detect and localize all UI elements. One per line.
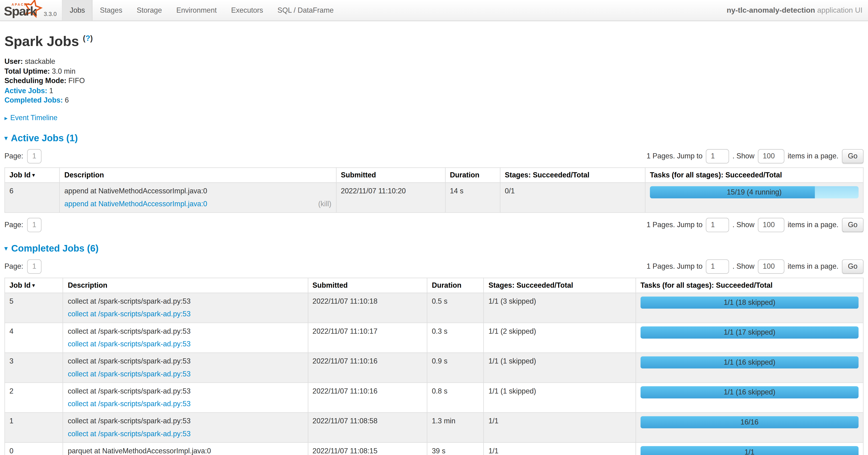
col-job-id[interactable]: Job Id▾: [5, 278, 63, 293]
description-cell: collect at /spark-scripts/spark-ad.py:53…: [63, 353, 308, 383]
active-jobs-link[interactable]: Active Jobs:: [4, 86, 48, 94]
go-button[interactable]: Go: [842, 149, 864, 163]
col-job-id[interactable]: Job Id▾: [5, 168, 60, 182]
submitted-cell: 2022/11/07 11:10:18: [308, 293, 427, 323]
go-button[interactable]: Go: [842, 259, 864, 274]
summary-user: User: stackable: [4, 57, 864, 66]
jump-to-input[interactable]: [706, 149, 729, 163]
stages-cell: 0/1: [500, 182, 645, 212]
job-id-cell: 5: [5, 293, 63, 323]
submitted-cell: 2022/11/07 11:10:17: [308, 323, 427, 353]
progress-label: 1/1 (16 skipped): [641, 356, 859, 368]
active-jobs-heading[interactable]: ▾ Active Jobs (1): [4, 133, 864, 144]
kill-link[interactable]: (kill): [318, 199, 332, 209]
task-progress-bar: 1/1: [641, 446, 859, 455]
pagination-active-bottom: Page: 1 Pages. Jump to . Show items in a…: [4, 218, 864, 232]
job-id-cell: 0: [5, 443, 63, 455]
col-tasks[interactable]: Tasks (for all stages): Succeeded/Total: [645, 168, 863, 182]
show-text: . Show: [733, 152, 754, 160]
go-button[interactable]: Go: [842, 218, 864, 232]
duration-cell: 0.5 s: [427, 293, 484, 323]
col-stages[interactable]: Stages: Succeeded/Total: [500, 168, 645, 182]
job-id-cell: 4: [5, 323, 63, 353]
tab-sql-dataframe[interactable]: SQL / DataFrame: [270, 0, 341, 21]
job-description-text: collect at /spark-scripts/spark-ad.py:53: [68, 356, 303, 366]
col-description[interactable]: Description: [63, 278, 308, 293]
progress-label: 1/1: [641, 446, 859, 455]
tasks-cell: 1/1 (17 skipped): [636, 323, 863, 353]
duration-cell: 0.8 s: [427, 383, 484, 413]
job-description-link[interactable]: collect at /spark-scripts/spark-ad.py:53: [68, 339, 191, 349]
items-text: items in a page.: [787, 152, 838, 160]
job-description-text: append at NativeMethodAccessorImpl.java:…: [64, 186, 332, 196]
stages-cell: 1/1: [484, 413, 636, 443]
summary-completed-jobs: Completed Jobs: 6: [4, 95, 864, 105]
table-row: 4 collect at /spark-scripts/spark-ad.py:…: [5, 323, 863, 353]
col-description[interactable]: Description: [60, 168, 336, 182]
event-timeline-toggle[interactable]: ▸Event Timeline: [4, 114, 864, 122]
task-progress-bar: 16/16: [641, 416, 859, 428]
items-per-page-input[interactable]: [758, 149, 784, 163]
spark-wordmark: Spark: [4, 4, 37, 19]
table-row: 5 collect at /spark-scripts/spark-ad.py:…: [5, 293, 863, 323]
spark-logo[interactable]: APACHE Spark 3.3.0: [0, 0, 62, 21]
tab-stages[interactable]: Stages: [93, 0, 129, 21]
stages-cell: 1/1: [484, 443, 636, 455]
job-description-text: parquet at NativeMethodAccessorImpl.java…: [68, 446, 303, 455]
items-per-page-input[interactable]: [758, 259, 784, 274]
spark-ui-page: APACHE Spark 3.3.0 Jobs Stages Storage E…: [0, 0, 868, 455]
progress-label: 1/1 (17 skipped): [641, 326, 859, 339]
summary-scheduling-mode: Scheduling Mode: FIFO: [4, 76, 864, 86]
description-cell: collect at /spark-scripts/spark-ad.py:53…: [63, 293, 308, 323]
col-duration[interactable]: Duration: [427, 278, 484, 293]
col-tasks[interactable]: Tasks (for all stages): Succeeded/Total: [636, 278, 863, 293]
tab-executors[interactable]: Executors: [224, 0, 270, 21]
submitted-cell: 2022/11/07 11:10:20: [336, 182, 445, 212]
completed-jobs-link[interactable]: Completed Jobs:: [4, 96, 63, 104]
summary-uptime: Total Uptime: 3.0 min: [4, 66, 864, 76]
col-duration[interactable]: Duration: [445, 168, 500, 182]
description-cell: collect at /spark-scripts/spark-ad.py:53…: [63, 323, 308, 353]
page-input[interactable]: [27, 259, 41, 274]
expanded-arrow-icon: ▾: [4, 135, 7, 141]
submitted-cell: 2022/11/07 11:10:16: [308, 353, 427, 383]
job-id-cell: 6: [5, 182, 60, 212]
job-id-cell: 2: [5, 383, 63, 413]
job-description-link[interactable]: collect at /spark-scripts/spark-ad.py:53: [68, 309, 191, 319]
task-progress-bar: 15/19 (4 running): [650, 186, 859, 198]
jump-to-input[interactable]: [706, 259, 729, 274]
completed-jobs-heading[interactable]: ▾ Completed Jobs (6): [4, 243, 864, 254]
col-submitted[interactable]: Submitted: [308, 278, 427, 293]
stages-cell: 1/1 (2 skipped): [484, 323, 636, 353]
tasks-cell: 1/1 (16 skipped): [636, 383, 863, 413]
job-description-link[interactable]: append at NativeMethodAccessorImpl.java:…: [64, 199, 207, 209]
help-icon[interactable]: (?): [83, 33, 93, 42]
navbar: APACHE Spark 3.3.0 Jobs Stages Storage E…: [0, 0, 868, 21]
progress-label: 15/19 (4 running): [650, 186, 859, 198]
job-description-link[interactable]: collect at /spark-scripts/spark-ad.py:53: [68, 369, 191, 379]
completed-jobs-table: Job Id▾ Description Submitted Duration S…: [4, 278, 864, 455]
tab-environment[interactable]: Environment: [169, 0, 224, 21]
stages-cell: 1/1 (1 skipped): [484, 353, 636, 383]
job-description-link[interactable]: collect at /spark-scripts/spark-ad.py:53: [68, 399, 191, 409]
expanded-arrow-icon: ▾: [4, 245, 7, 252]
job-description-text: collect at /spark-scripts/spark-ad.py:53: [68, 416, 303, 426]
task-progress-bar: 1/1 (18 skipped): [641, 296, 859, 309]
task-progress-bar: 1/1 (16 skipped): [641, 386, 859, 398]
duration-cell: 1.3 min: [427, 413, 484, 443]
items-per-page-input[interactable]: [758, 218, 784, 232]
table-row: 1 collect at /spark-scripts/spark-ad.py:…: [5, 413, 863, 443]
table-row: 3 collect at /spark-scripts/spark-ad.py:…: [5, 353, 863, 383]
table-row: 6 append at NativeMethodAccessorImpl.jav…: [5, 182, 863, 212]
sort-desc-icon: ▾: [32, 283, 35, 288]
job-description-link[interactable]: collect at /spark-scripts/spark-ad.py:53: [68, 429, 191, 439]
tab-storage[interactable]: Storage: [130, 0, 169, 21]
tab-jobs[interactable]: Jobs: [62, 0, 93, 21]
task-progress-bar: 1/1 (17 skipped): [641, 326, 859, 339]
page-input[interactable]: [27, 218, 41, 232]
jump-to-input[interactable]: [706, 218, 729, 232]
page-input[interactable]: [27, 149, 41, 163]
col-submitted[interactable]: Submitted: [336, 168, 445, 182]
col-stages[interactable]: Stages: Succeeded/Total: [484, 278, 636, 293]
description-cell: parquet at NativeMethodAccessorImpl.java…: [63, 443, 308, 455]
